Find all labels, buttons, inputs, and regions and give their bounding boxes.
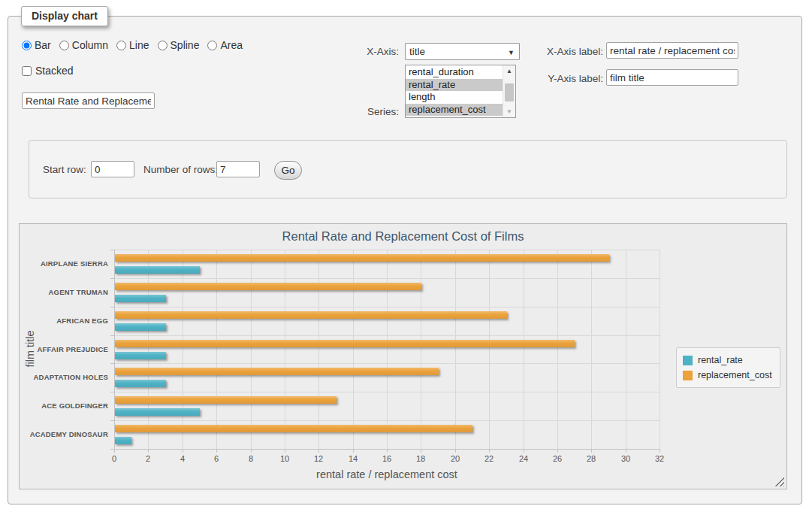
- x-tick-label: 28: [578, 454, 604, 463]
- gridline: [216, 250, 217, 449]
- bar-replacement_cost: [115, 368, 439, 375]
- scroll-up-icon[interactable]: ▲: [503, 65, 515, 77]
- listbox-scrollbar[interactable]: ▲ ▼: [503, 65, 515, 117]
- gridline: [489, 250, 490, 449]
- num-rows-label: Number of rows:: [143, 164, 218, 175]
- radio-bar[interactable]: [22, 41, 32, 50]
- x-axis-selected-value: title: [409, 46, 425, 57]
- series-option-length[interactable]: length: [406, 91, 503, 104]
- chart-legend: rental_ratereplacement_cost: [676, 347, 780, 388]
- num-rows-input[interactable]: [216, 161, 260, 177]
- series-option-rental_rate[interactable]: rental_rate: [406, 79, 503, 92]
- radio-label: Bar: [35, 39, 51, 51]
- x-axis-tick: [318, 449, 319, 453]
- x-axis-tick: [524, 449, 524, 453]
- bar-replacement_cost: [115, 425, 472, 432]
- resize-handle-icon[interactable]: [775, 477, 784, 486]
- bar-rental_rate: [115, 380, 166, 387]
- chart-type-spline[interactable]: Spline: [158, 39, 200, 51]
- x-axis-select-label: X-Axis:: [355, 46, 399, 57]
- x-tick-label: 20: [442, 454, 468, 463]
- bar-sheen: [115, 295, 166, 302]
- y-axis-tick: [110, 335, 114, 336]
- x-axis-tick: [455, 449, 456, 453]
- scrollbar-thumb[interactable]: [505, 83, 514, 101]
- bar-sheen: [115, 437, 131, 444]
- category-label: AFFAIR PREJUDICE: [26, 345, 108, 353]
- bar-rental_rate: [115, 323, 166, 331]
- start-row-label: Start row:: [43, 164, 86, 175]
- go-button[interactable]: Go: [274, 161, 302, 180]
- bar-replacement_cost: [115, 311, 507, 319]
- legend-item-rental_rate[interactable]: rental_rate: [683, 353, 772, 368]
- chart-type-line[interactable]: Line: [116, 39, 149, 51]
- chart-type-radio-group: BarColumnLineSplineArea: [22, 39, 251, 51]
- x-tick-label: 26: [545, 454, 570, 463]
- panel-title: Display chart: [21, 6, 108, 26]
- radio-spline[interactable]: [158, 41, 168, 50]
- row-range-box: Start row: Number of rows: Go: [29, 140, 787, 198]
- legend-label: replacement_cost: [698, 370, 772, 380]
- series-listbox[interactable]: rental_durationrental_ratelengthreplacem…: [405, 65, 516, 118]
- bar-sheen: [115, 340, 575, 347]
- chart-container: Rental Rate and Replacement Cost of Film…: [19, 223, 787, 489]
- start-row-input[interactable]: [91, 161, 134, 177]
- x-tick-label: 22: [476, 454, 502, 463]
- bar-sheen: [115, 352, 166, 359]
- x-axis-tick: [183, 449, 183, 453]
- radio-column[interactable]: [59, 41, 69, 50]
- chart-title-input[interactable]: [22, 92, 155, 109]
- scroll-down-icon[interactable]: ▼: [503, 106, 515, 117]
- x-tick-label: 6: [204, 454, 229, 463]
- bar-sheen: [115, 254, 609, 262]
- bar-sheen: [115, 408, 200, 416]
- x-axis-tick: [353, 449, 354, 453]
- chart-type-area[interactable]: Area: [207, 39, 243, 51]
- stacked-label: Stacked: [35, 65, 74, 77]
- y-axis-tick: [110, 363, 114, 364]
- x-axis-tick: [660, 449, 660, 453]
- radio-label: Spline: [171, 39, 200, 51]
- x-axis-tick: [591, 449, 592, 453]
- y-axis-tick: [110, 278, 114, 279]
- x-axis-tick: [148, 449, 149, 453]
- radio-line[interactable]: [116, 41, 126, 50]
- bar-replacement_cost: [115, 254, 609, 262]
- chart-type-bar[interactable]: Bar: [22, 39, 51, 51]
- radio-area[interactable]: [207, 41, 217, 50]
- category-label: ACE GOLDFINGER: [26, 401, 108, 410]
- category-label: AFRICAN EGG: [26, 317, 108, 325]
- y-axis-tick: [110, 392, 114, 392]
- category-label: ACADEMY DINOSAUR: [26, 430, 108, 438]
- y-axis-label-input[interactable]: [606, 69, 738, 86]
- stacked-option[interactable]: Stacked: [22, 65, 74, 77]
- x-tick-label: 32: [647, 454, 672, 463]
- bar-replacement_cost: [115, 340, 575, 347]
- x-axis-select[interactable]: title ▼: [405, 43, 520, 60]
- bar-rental_rate: [115, 352, 166, 359]
- chart-type-column[interactable]: Column: [59, 39, 108, 51]
- x-tick-label: 2: [135, 454, 161, 463]
- x-tick-label: 10: [272, 454, 297, 463]
- x-axis-tick: [251, 449, 252, 453]
- gridline: [626, 250, 626, 449]
- x-tick-label: 18: [408, 454, 433, 463]
- bar-replacement_cost: [115, 396, 337, 404]
- gridline: [318, 250, 319, 449]
- bar-sheen: [115, 283, 421, 290]
- stacked-checkbox[interactable]: [22, 66, 32, 76]
- x-axis-tick: [285, 449, 285, 453]
- series-option-rental_duration[interactable]: rental_duration: [406, 66, 503, 79]
- x-tick-label: 30: [613, 454, 638, 463]
- x-axis-label-input[interactable]: [606, 42, 738, 59]
- radio-label: Line: [129, 39, 149, 51]
- x-tick-label: 14: [340, 454, 366, 463]
- x-tick-label: 16: [374, 454, 400, 463]
- bar-sheen: [115, 425, 472, 432]
- bar-rental_rate: [115, 266, 200, 274]
- legend-item-replacement_cost[interactable]: replacement_cost: [683, 368, 772, 383]
- x-tick-label: 24: [511, 454, 536, 463]
- legend-swatch: [683, 356, 693, 365]
- bar-rental_rate: [115, 408, 200, 416]
- series-option-replacement_cost[interactable]: replacement_cost: [406, 104, 503, 117]
